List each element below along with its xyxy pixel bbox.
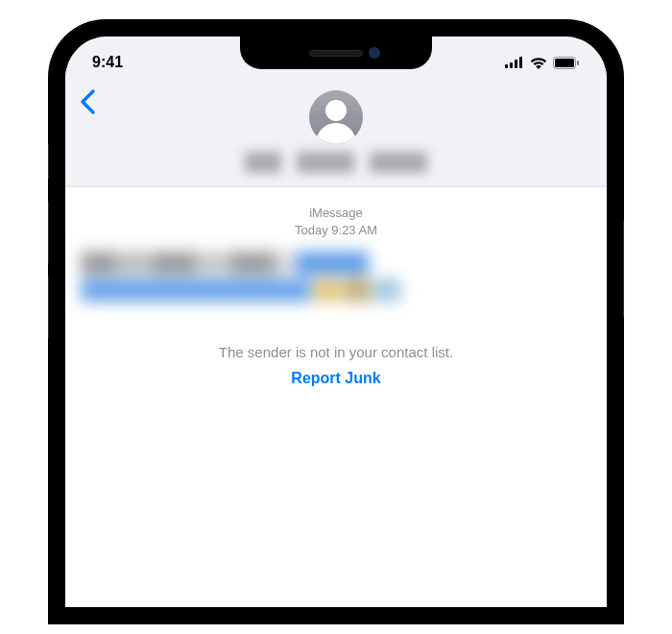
status-icons xyxy=(505,57,580,69)
svg-rect-0 xyxy=(505,64,508,68)
contact-avatar[interactable] xyxy=(309,90,363,144)
wifi-icon xyxy=(530,57,547,69)
notch xyxy=(240,37,432,69)
power-button xyxy=(623,221,624,317)
message-bubble-redacted xyxy=(81,252,436,307)
svg-rect-6 xyxy=(577,61,579,65)
front-camera xyxy=(369,47,380,59)
mute-switch xyxy=(48,144,49,179)
conversation-header xyxy=(65,83,607,187)
timestamp-text: Today 9:23 AM xyxy=(295,223,377,237)
svg-rect-1 xyxy=(510,62,513,68)
avatar-person-icon xyxy=(325,100,347,121)
svg-rect-2 xyxy=(515,60,517,68)
phone-device-frame: 9:41 xyxy=(48,19,624,624)
cellular-signal-icon xyxy=(505,57,524,68)
contact-name-redacted xyxy=(245,152,427,173)
status-time: 9:41 xyxy=(92,54,123,71)
speaker-grille xyxy=(309,50,363,57)
back-button[interactable] xyxy=(79,88,96,119)
phone-screen: 9:41 xyxy=(65,37,607,607)
service-label: iMessage xyxy=(81,205,591,222)
volume-down-button xyxy=(48,277,49,338)
report-junk-button[interactable]: Report Junk xyxy=(81,370,591,387)
battery-icon xyxy=(553,57,580,69)
unknown-sender-notice: The sender is not in your contact list. xyxy=(81,344,591,360)
svg-rect-5 xyxy=(555,59,574,67)
conversation-timestamp: iMessage Today 9:23 AM xyxy=(81,205,591,238)
volume-up-button xyxy=(48,202,49,263)
svg-rect-3 xyxy=(519,57,522,68)
message-area: iMessage Today 9:23 AM xyxy=(65,187,607,399)
